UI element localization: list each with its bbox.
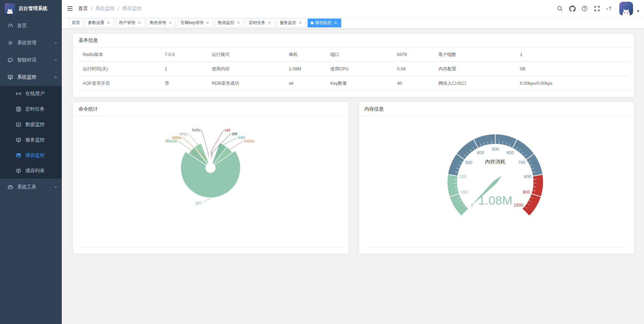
sidebar-item-label: 数据监控 — [25, 121, 45, 128]
command-stats-card: 命令统计 setdelinfoexistsgetdbsizekeyssetexh… — [73, 102, 349, 254]
close-icon[interactable]: ✕ — [205, 21, 210, 25]
dashboard-icon — [8, 23, 13, 28]
tab-label: 用户管理 — [119, 20, 135, 26]
avatar[interactable] — [619, 2, 633, 15]
sidebar-item-label: 智能对话 — [17, 57, 36, 63]
sidebar-item-ai-chat[interactable]: 智能对话 — [0, 51, 62, 69]
command-stats-pie-chart: setdelinfoexistsgetdbsizekeyssetexhello — [73, 116, 348, 254]
sidebar-item-label: 缓存列表 — [25, 168, 45, 174]
close-icon[interactable]: ✕ — [106, 21, 111, 25]
info-value: 7.0.5 — [165, 52, 212, 57]
info-value: 40 — [397, 81, 438, 86]
sidebar-menu: 首页 系统管理 智能对话 系统监控 在线用户 — [0, 17, 62, 196]
info-label: 客户端数 — [438, 51, 520, 58]
sidebar-item-label: 首页 — [17, 23, 27, 29]
tool-icon — [8, 184, 13, 190]
info-value: 0.04 — [397, 66, 438, 71]
help-icon[interactable] — [579, 2, 590, 15]
sidebar-item-system-tools[interactable]: 系统工具 — [0, 178, 62, 196]
sidebar-item-cache-monitor[interactable]: 缓存监控 — [0, 148, 62, 163]
close-icon[interactable]: ✕ — [298, 21, 303, 25]
tab-website-key-management[interactable]: 官网key管理✕ — [177, 19, 213, 27]
app-layout: 后台管理系统 首页 系统管理 智能对话 系统监控 — [0, 0, 644, 324]
sidebar-item-label: 系统工具 — [17, 184, 36, 190]
tab-role-management[interactable]: 角色管理✕ — [147, 19, 176, 27]
close-icon[interactable]: ✕ — [267, 21, 272, 25]
tab-scheduled-tasks[interactable]: 定时任务✕ — [246, 19, 275, 27]
close-icon[interactable]: ✕ — [333, 21, 338, 25]
info-value: 1 — [520, 52, 629, 57]
online-user-icon — [16, 91, 21, 96]
tab-user-management[interactable]: 用户管理✕ — [116, 19, 145, 27]
sidebar-item-service-monitor[interactable]: 服务监控 — [0, 132, 62, 148]
tab-data-monitor[interactable]: 数据监控✕ — [215, 19, 244, 27]
close-icon[interactable]: ✕ — [168, 21, 173, 25]
memory-gauge-chart: 01002003004005006007008009001000内存消耗1.08… — [359, 116, 634, 254]
breadcrumb-system-monitor[interactable]: 系统监控 — [95, 5, 115, 12]
info-value: 0.00kps/0.00kps — [520, 81, 629, 86]
tab-cache-monitor[interactable]: 缓存监控✕ — [308, 19, 341, 27]
svg-text:300: 300 — [465, 160, 472, 165]
svg-text:1000: 1000 — [513, 202, 523, 208]
info-label: 网络入口/出口 — [438, 80, 520, 86]
close-icon[interactable]: ✕ — [137, 21, 142, 25]
info-label: 端口 — [330, 51, 397, 58]
app-logo[interactable]: 后台管理系统 — [0, 0, 62, 17]
sidebar-item-online-users[interactable]: 在线用户 — [0, 86, 62, 101]
info-label: AOF是否开启 — [83, 80, 165, 86]
sidebar-item-system-monitor[interactable]: 系统监控 — [0, 69, 62, 86]
cache-monitor-icon — [16, 153, 21, 158]
svg-text:get: get — [196, 200, 202, 205]
svg-text:500: 500 — [491, 147, 499, 152]
svg-text:100: 100 — [460, 189, 468, 195]
fullscreen-icon[interactable] — [592, 2, 602, 15]
main-area: 首页 / 系统监控 / 缓存监控 TT ▼ 首页 参数设置✕ 用户管理✕ — [62, 0, 644, 324]
gear-icon — [8, 40, 13, 46]
chevron-down-icon — [54, 41, 58, 45]
font-size-icon[interactable]: TT — [604, 2, 614, 15]
sidebar-item-system-management[interactable]: 系统管理 — [0, 34, 62, 51]
tab-home[interactable]: 首页 — [69, 19, 83, 27]
tab-label: 数据监控 — [218, 20, 234, 26]
card-footer-divider — [80, 247, 342, 247]
sidebar-item-data-monitor[interactable]: 数据监控 — [0, 117, 62, 132]
sidebar-item-scheduled-tasks[interactable]: 定时任务 — [0, 101, 62, 117]
charts-row: 命令统计 setdelinfoexistsgetdbsizekeyssetexh… — [73, 102, 634, 254]
sidebar-item-label: 在线用户 — [25, 91, 45, 97]
info-value: 否 — [165, 80, 212, 86]
table-row: Redis版本7.0.5 运行模式单机 端口6379 客户端数1 — [78, 47, 629, 62]
card-title: 基本信息 — [73, 34, 634, 47]
github-icon[interactable] — [567, 2, 577, 15]
close-icon[interactable]: ✕ — [236, 21, 241, 25]
tab-label: 角色管理 — [150, 20, 166, 26]
chevron-down-icon — [54, 185, 58, 189]
card-title: 命令统计 — [73, 102, 348, 116]
info-label: RDB是否成功 — [212, 80, 289, 86]
chevron-up-icon — [54, 75, 58, 79]
sidebar-item-home[interactable]: 首页 — [0, 17, 62, 34]
sidebar-item-cache-list[interactable]: 缓存列表 — [0, 163, 62, 178]
hamburger-icon[interactable] — [62, 0, 78, 17]
card-footer-divider — [366, 247, 628, 247]
sidebar-item-label: 系统监控 — [17, 74, 36, 80]
info-label: Key数量 — [330, 80, 397, 86]
breadcrumb-separator: / — [118, 6, 119, 11]
info-label: 使用内存 — [212, 66, 289, 72]
svg-text:set: set — [225, 128, 230, 132]
svg-text:exists: exists — [244, 139, 255, 143]
tab-label: 首页 — [72, 20, 80, 26]
info-label: 运行时间(天) — [83, 66, 165, 72]
sidebar-item-label: 缓存监控 — [25, 152, 45, 159]
chat-icon — [8, 57, 13, 63]
tab-service-monitor[interactable]: 服务监控✕ — [277, 19, 306, 27]
chevron-down-icon — [54, 58, 58, 62]
svg-text:内存消耗: 内存消耗 — [485, 159, 505, 164]
navbar: 首页 / 系统监控 / 缓存监控 TT ▼ — [62, 0, 644, 17]
svg-text:1.08M: 1.08M — [478, 194, 512, 207]
app-title: 后台管理系统 — [19, 5, 47, 12]
tab-param-settings[interactable]: 参数设置✕ — [85, 19, 114, 27]
tags-bar: 首页 参数设置✕ 用户管理✕ 角色管理✕ 官网key管理✕ 数据监控✕ 定时任务… — [62, 17, 644, 29]
caret-down-icon[interactable]: ▼ — [636, 9, 640, 13]
breadcrumb-home[interactable]: 首页 — [78, 5, 88, 12]
search-icon[interactable] — [555, 2, 565, 15]
